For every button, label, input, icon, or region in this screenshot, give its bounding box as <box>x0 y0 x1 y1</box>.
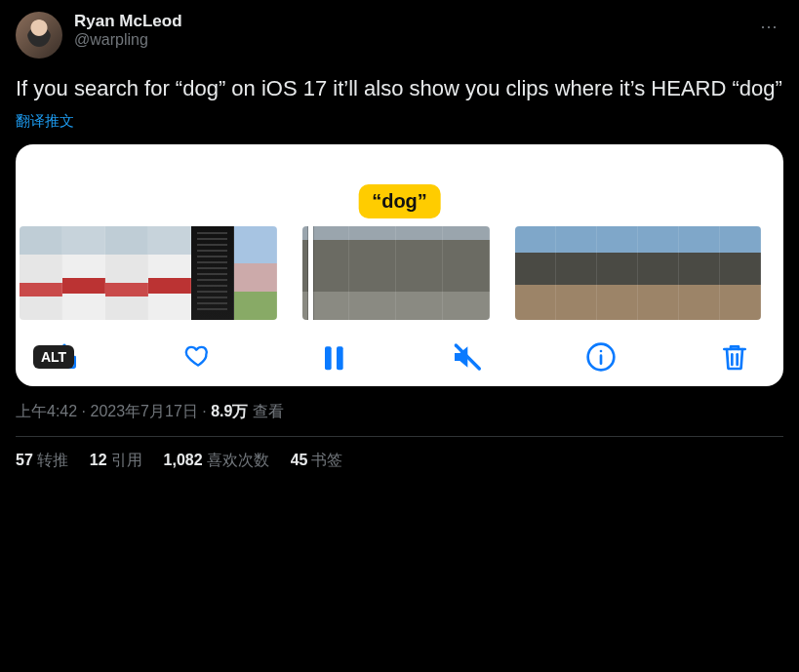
display-name: Ryan McLeod <box>74 12 783 31</box>
tweet-date: 2023年7月17日 <box>90 403 197 419</box>
translate-link[interactable]: 翻译推文 <box>16 112 783 131</box>
thumbnail <box>234 226 277 320</box>
thumbnail <box>515 226 556 320</box>
more-icon[interactable]: ⋯ <box>756 12 783 41</box>
video-timeline[interactable] <box>16 226 783 320</box>
media-toolbar <box>16 320 783 378</box>
user-block[interactable]: Ryan McLeod @warpling <box>74 12 783 49</box>
retweets-stat[interactable]: 57转推 <box>16 451 68 471</box>
thumbnail <box>302 226 349 320</box>
meta-separator: · <box>198 403 211 419</box>
bookmarks-count: 45 <box>291 452 308 468</box>
svg-point-5 <box>599 349 602 352</box>
svg-rect-1 <box>337 346 343 370</box>
thumbnail <box>349 226 396 320</box>
divider <box>16 436 783 437</box>
meta-separator: · <box>77 403 90 419</box>
media-header-space: “dog” <box>16 144 783 226</box>
likes-stat[interactable]: 1,082喜欢次数 <box>164 451 269 471</box>
search-term-badge: “dog” <box>358 184 441 218</box>
retweets-count: 57 <box>16 452 33 468</box>
bookmarks-label: 书签 <box>311 452 342 468</box>
alt-badge[interactable]: ALT <box>33 345 74 369</box>
views-label: 查看 <box>253 403 284 419</box>
clip-group-2[interactable] <box>302 226 490 320</box>
thumbnail <box>396 226 443 320</box>
thumbnail <box>105 226 148 320</box>
quotes-label: 引用 <box>111 452 142 468</box>
likes-count: 1,082 <box>164 452 203 468</box>
svg-rect-0 <box>325 346 332 370</box>
bookmarks-stat[interactable]: 45书签 <box>291 451 343 471</box>
clip-group-1[interactable] <box>20 226 277 320</box>
trash-icon[interactable] <box>719 341 750 373</box>
thumbnail <box>148 226 191 320</box>
retweets-label: 转推 <box>37 452 68 468</box>
thumbnail <box>679 226 720 320</box>
heart-icon[interactable] <box>182 341 214 373</box>
likes-label: 喜欢次数 <box>207 452 269 468</box>
username: @warpling <box>74 31 783 49</box>
thumbnail <box>443 226 490 320</box>
tweet-time: 上午4:42 <box>16 403 77 419</box>
tweet-text: If you search for “dog” on iOS 17 it’ll … <box>16 74 783 104</box>
quotes-count: 12 <box>90 452 107 468</box>
thumbnail <box>597 226 638 320</box>
mute-icon[interactable] <box>451 341 482 373</box>
thumbnail <box>720 226 761 320</box>
clip-group-3[interactable] <box>515 226 761 320</box>
quotes-stat[interactable]: 12引用 <box>90 451 142 471</box>
thumbnail <box>62 226 105 320</box>
thumbnail <box>638 226 679 320</box>
avatar[interactable] <box>16 12 62 59</box>
pause-icon[interactable] <box>317 341 348 373</box>
info-icon[interactable] <box>585 341 617 373</box>
tweet-header: Ryan McLeod @warpling ⋯ <box>16 12 783 59</box>
tweet-meta[interactable]: 上午4:42 · 2023年7月17日 · 8.9万 查看 <box>16 402 783 422</box>
thumbnail <box>20 226 62 320</box>
tweet-container: Ryan McLeod @warpling ⋯ If you search fo… <box>0 0 799 483</box>
stats-row: 57转推 12引用 1,082喜欢次数 45书签 <box>16 451 783 471</box>
thumbnail <box>556 226 597 320</box>
thumbnail <box>191 226 234 320</box>
media-card[interactable]: “dog” <box>16 144 783 386</box>
views-count: 8.9万 <box>211 403 248 419</box>
